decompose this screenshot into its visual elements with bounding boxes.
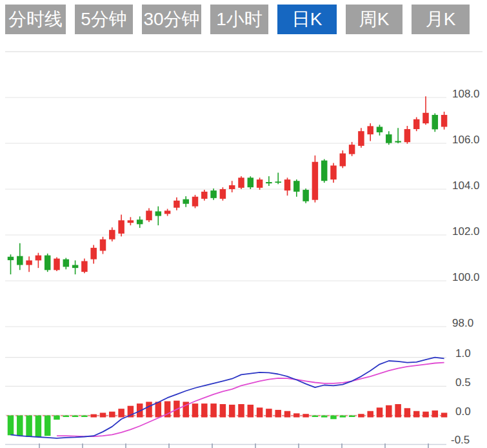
price-axis-label: 100.0 <box>452 271 480 283</box>
candle-body <box>395 141 401 142</box>
macd-hist-bar <box>146 402 152 417</box>
price-axis-label: 98.0 <box>452 317 473 329</box>
candle-body <box>201 192 208 199</box>
price-axis-label: 104.0 <box>452 179 480 192</box>
macd-hist-bar <box>248 405 254 418</box>
candle-body <box>293 181 300 192</box>
candle-body <box>109 230 115 239</box>
macd-hist-bar <box>210 403 217 417</box>
macd-hist-bar <box>312 416 319 418</box>
macd-hist-bar <box>100 412 106 417</box>
macd-hist-bar <box>284 411 291 418</box>
kline-app: 分时线 5分钟 30分钟 1小时 日K 周K 月K 108.0106.0104.… <box>0 0 487 448</box>
macd-hist-bar <box>422 412 429 418</box>
candle-body <box>35 256 42 261</box>
candle-body <box>72 265 79 269</box>
candle-body <box>192 197 199 207</box>
macd-hist-bar <box>63 416 70 418</box>
macd-hist-bar <box>293 413 300 417</box>
candle-body <box>210 190 217 198</box>
candle-body <box>404 129 411 142</box>
candle-body <box>441 115 448 127</box>
candle-body <box>413 119 420 129</box>
macd-hist-bar <box>367 411 373 418</box>
macd-hist-bar <box>395 404 401 417</box>
macd-hist-bar <box>192 403 199 417</box>
candle-body <box>312 162 319 200</box>
macd-hist-bar <box>81 416 87 418</box>
candle-body <box>26 260 32 265</box>
tab-30min[interactable]: 30分钟 <box>142 5 201 34</box>
candle-body <box>340 154 346 167</box>
macd-hist-bar <box>109 412 115 418</box>
candle-body <box>284 179 291 190</box>
candle-body <box>81 261 87 272</box>
macd-axis-label: 1.0 <box>455 347 471 360</box>
candle-body <box>257 179 263 188</box>
macd-hist-bar <box>238 404 244 417</box>
macd-hist-bar <box>358 414 364 417</box>
candle-body <box>422 113 429 123</box>
candle-body <box>330 165 337 179</box>
candle-body <box>8 257 14 260</box>
dif-line <box>11 358 444 438</box>
macd-hist-bar <box>404 408 411 417</box>
candle-body <box>229 185 235 189</box>
macd-hist-bar <box>386 405 392 418</box>
tab-minute-line[interactable]: 分时线 <box>5 5 66 34</box>
candle-body <box>238 178 244 188</box>
candle-body <box>118 220 124 234</box>
macd-hist-bar <box>8 416 14 436</box>
candle-body <box>367 126 373 134</box>
candle-body <box>100 239 106 251</box>
candle-body <box>54 259 60 270</box>
price-axis-label: 102.0 <box>452 225 480 238</box>
macd-hist-bar <box>275 410 281 418</box>
macd-hist-bar <box>257 407 263 417</box>
tab-1hour[interactable]: 1小时 <box>210 5 268 34</box>
macd-hist-bar <box>330 416 337 420</box>
macd-hist-bar <box>35 416 42 437</box>
candle-body <box>266 182 272 183</box>
candle-body <box>90 248 97 260</box>
candle-body <box>248 178 254 187</box>
candle-body <box>377 127 383 132</box>
candle-body <box>155 211 162 216</box>
tab-weekly-k[interactable]: 周K <box>346 5 403 34</box>
candle-body <box>45 256 51 270</box>
macd-hist-bar <box>229 405 235 418</box>
macd-hist-bar <box>413 411 420 418</box>
candle-body <box>146 210 152 220</box>
macd-hist-bar <box>220 404 226 417</box>
candle-body <box>17 256 23 265</box>
kline-chart[interactable]: 108.0106.0104.0102.0100.098.01.00.50.0-0… <box>0 0 487 448</box>
candle-body <box>321 161 328 181</box>
candle-body <box>220 189 226 199</box>
candle-body <box>174 201 180 208</box>
macd-hist-bar <box>266 409 272 417</box>
macd-axis-label: 0.5 <box>455 376 471 389</box>
candle-body <box>63 260 70 267</box>
candle-body <box>358 131 364 146</box>
macd-hist-bar <box>26 416 32 437</box>
macd-hist-bar <box>201 403 208 417</box>
candle-body <box>275 181 281 183</box>
macd-hist-bar <box>321 416 328 418</box>
macd-hist-bar <box>340 416 346 418</box>
candle-body <box>137 219 143 224</box>
macd-hist-bar <box>349 416 355 418</box>
macd-hist-bar <box>118 409 124 417</box>
tab-5min[interactable]: 5分钟 <box>75 5 133 34</box>
macd-hist-bar <box>17 416 23 436</box>
price-axis-label: 108.0 <box>452 88 480 100</box>
macd-axis-label: 0.0 <box>455 405 471 418</box>
macd-axis-label: -0.5 <box>451 434 470 446</box>
macd-hist-bar <box>432 411 439 418</box>
macd-hist-bar <box>72 416 79 418</box>
macd-hist-bar <box>90 414 97 418</box>
candle-body <box>432 115 439 129</box>
tab-monthly-k[interactable]: 月K <box>412 5 470 34</box>
macd-hist-bar <box>377 407 383 417</box>
tab-daily-k[interactable]: 日K <box>277 5 337 34</box>
candle-body <box>183 199 189 204</box>
